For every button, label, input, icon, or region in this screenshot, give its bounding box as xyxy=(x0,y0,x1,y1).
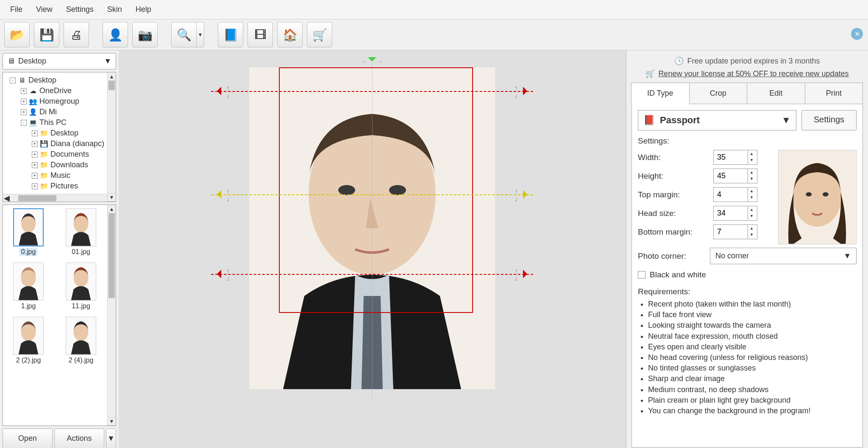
thumbnail-item[interactable]: 2 (2).jpg xyxy=(6,317,51,364)
tab-edit[interactable]: Edit xyxy=(747,83,805,104)
tree-item[interactable]: -🖥Desktop xyxy=(5,75,114,86)
expand-icon[interactable]: + xyxy=(32,130,38,136)
requirement-item: You can change the background in the pro… xyxy=(648,406,857,416)
expand-icon[interactable]: - xyxy=(10,77,16,83)
thumbnail-item[interactable]: 1.jpg xyxy=(6,263,51,310)
bottom-margin-spinner[interactable]: ▲▼ xyxy=(713,224,757,239)
tree-item[interactable]: +📁Music xyxy=(5,170,114,181)
black-white-checkbox[interactable] xyxy=(638,271,645,279)
tree-vscrollbar[interactable]: ▲▼ xyxy=(107,72,116,202)
menubar: File View Settings Skin Help xyxy=(0,0,868,19)
tab-crop[interactable]: Crop xyxy=(689,83,748,104)
thumbs-vscrollbar[interactable]: ▲▼ xyxy=(107,205,116,426)
monitor-icon: 🖥 xyxy=(7,57,15,66)
thumbnail-item[interactable]: 2 (4).jpg xyxy=(58,317,104,364)
head-size-spinner[interactable]: ▲▼ xyxy=(713,206,757,221)
tree-item[interactable]: +📁Pictures xyxy=(5,181,114,191)
thumbnail-image xyxy=(66,317,96,355)
person-button[interactable]: 👤 xyxy=(103,22,128,47)
eye-line-guide[interactable] xyxy=(211,194,533,195)
tree-item[interactable]: +📁Desktop xyxy=(5,128,114,138)
head-size-label: Head size: xyxy=(638,209,710,218)
svg-point-19 xyxy=(823,192,829,196)
tree-item[interactable]: +📁Documents xyxy=(5,149,114,160)
tab-content: 📕Passport ▼ Settings Settings: Width:▲▼ … xyxy=(632,104,863,448)
top-margin-spinner[interactable]: ▲▼ xyxy=(713,187,757,202)
open-file-button[interactable]: 📂 xyxy=(4,22,30,47)
tree-item[interactable]: -💻This PC xyxy=(5,117,114,128)
home-button[interactable]: 🏠 xyxy=(277,22,303,47)
menu-help[interactable]: Help xyxy=(129,2,158,17)
folder-tree: -🖥Desktop+☁OneDrive+👥Homegroup+👤Di Mi-💻T… xyxy=(3,72,116,202)
close-icon: ✕ xyxy=(854,30,860,38)
actions-button[interactable]: Actions xyxy=(54,429,104,448)
height-spinner[interactable]: ▲▼ xyxy=(713,169,757,183)
expand-icon[interactable]: + xyxy=(32,162,38,168)
bottom-margin-input[interactable] xyxy=(714,225,748,239)
menu-skin[interactable]: Skin xyxy=(100,2,129,17)
cart-icon: 🛒 xyxy=(312,28,327,42)
zoom-button[interactable]: 🔍▼ xyxy=(171,22,204,47)
main-photo[interactable]: ←→ ↑↓↑↓ ↑↓↑↓ ↑↓↑↓ xyxy=(249,67,495,389)
crop-rectangle[interactable] xyxy=(279,67,473,313)
camera-button[interactable]: 📷 xyxy=(132,22,158,47)
menu-settings[interactable]: Settings xyxy=(59,2,100,17)
top-align-marker[interactable]: ←→ xyxy=(361,57,383,66)
expand-icon[interactable]: + xyxy=(32,183,38,189)
cart-button[interactable]: 🛒 xyxy=(307,22,332,47)
renew-license-link[interactable]: Renew your license at 50% OFF to receive… xyxy=(658,69,849,78)
head-top-guide[interactable] xyxy=(211,91,533,92)
width-spinner[interactable]: ▲▼ xyxy=(713,150,757,165)
print-button[interactable]: 🖨 xyxy=(64,22,89,47)
photo-canvas[interactable]: ←→ ↑↓↑↓ ↑↓↑↓ ↑↓↑↓ xyxy=(119,50,626,448)
thumbnail-item[interactable]: 11.jpg xyxy=(58,263,104,310)
settings-button[interactable]: Settings xyxy=(801,110,857,130)
tree-label: Diana (dianapc) xyxy=(50,139,104,148)
tree-item[interactable]: +☁OneDrive xyxy=(5,86,114,96)
tree-hscrollbar[interactable]: ◀ xyxy=(3,194,116,202)
save-button[interactable]: 💾 xyxy=(34,22,59,47)
chevron-down-icon[interactable]: ▼ xyxy=(196,22,204,47)
close-banner-button[interactable]: ✕ xyxy=(851,28,863,40)
tree-item[interactable]: +👥Homegroup xyxy=(5,96,114,107)
expand-icon[interactable]: + xyxy=(21,88,27,94)
expand-icon[interactable]: - xyxy=(21,120,27,126)
tree-label: Documents xyxy=(50,150,89,159)
requirement-item: Medium contrast, no deep shadows xyxy=(648,384,857,395)
requirements-list: Recent photo (taken within the last mont… xyxy=(638,299,857,416)
expand-icon[interactable]: + xyxy=(32,141,38,147)
expand-icon[interactable]: + xyxy=(21,109,27,115)
actions-dropdown[interactable]: ▼ xyxy=(106,429,116,448)
left-panel: 🖥Desktop ▼ -🖥Desktop+☁OneDrive+👥Homegrou… xyxy=(0,50,119,448)
tree-item[interactable]: +📁Downloads xyxy=(5,160,114,170)
expand-icon[interactable]: + xyxy=(32,173,38,179)
location-combo[interactable]: 🖥Desktop ▼ xyxy=(3,53,116,69)
open-button[interactable]: Open xyxy=(3,429,53,448)
thumbnail-item[interactable]: 0.jpg xyxy=(6,208,51,256)
tree-item[interactable]: +💾Diana (dianapc) xyxy=(5,138,114,149)
tree-item[interactable]: +👤Di Mi xyxy=(5,107,114,117)
sample-photo xyxy=(778,150,857,244)
top-margin-label: Top margin: xyxy=(638,190,710,199)
help-button[interactable]: 📘 xyxy=(218,22,243,47)
menu-file[interactable]: File xyxy=(3,2,29,17)
menu-view[interactable]: View xyxy=(29,2,59,17)
height-input[interactable] xyxy=(714,169,748,183)
id-type-select[interactable]: 📕Passport ▼ xyxy=(638,110,796,130)
expand-icon[interactable]: + xyxy=(32,152,38,158)
chin-line-guide[interactable] xyxy=(211,274,533,275)
right-tabs: ID Type Crop Edit Print xyxy=(632,83,863,104)
photo-corner-select[interactable]: No corner▼ xyxy=(710,248,857,264)
thumbnail-item[interactable]: 01.jpg xyxy=(58,208,104,256)
head-size-input[interactable] xyxy=(714,206,748,220)
requirement-item: Neutral face expression, mouth closed xyxy=(648,331,857,342)
tab-id-type[interactable]: ID Type xyxy=(631,83,690,104)
passport-icon: 📕 xyxy=(643,115,655,126)
video-button[interactable]: 🎞 xyxy=(248,22,273,47)
width-input[interactable] xyxy=(714,150,748,164)
cart-icon: 🛒 xyxy=(645,69,655,78)
tab-print[interactable]: Print xyxy=(805,83,863,104)
thumbnail-label: 11.jpg xyxy=(72,302,90,310)
top-margin-input[interactable] xyxy=(714,188,748,202)
expand-icon[interactable]: + xyxy=(21,99,27,105)
